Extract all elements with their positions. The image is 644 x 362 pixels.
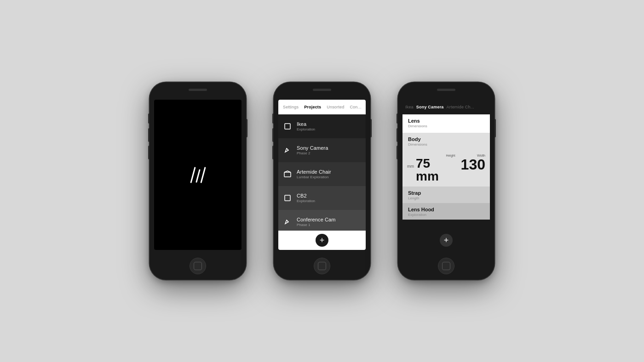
project-text: CB2 Exploration [297,193,315,203]
screen-splash [154,100,242,250]
project-text: Sony Camera Phase 2 [297,145,328,155]
mute-button [272,113,274,124]
body-item[interactable]: Body Dimensions [402,133,490,150]
projects-screen: Settings Projects Unsorted Con... Ikea E… [278,100,366,250]
project-text: Conference Cam Phase 1 [297,217,336,227]
strap-title: Strap [408,190,484,196]
height-block: Height mm 75 mm [407,154,455,183]
home-button[interactable] [438,258,454,274]
tab-settings[interactable]: Settings [281,104,300,110]
add-sony-button[interactable]: + [440,234,453,247]
height-value: 75 mm [416,157,455,183]
volume-up-button [397,128,398,142]
lens-title: Lens [408,118,484,124]
tab-projects[interactable]: Projects [302,104,323,110]
width-value: 130 [461,157,485,172]
body-sub: Dimensions [408,142,484,147]
lens-hood-item[interactable]: Lens Hood Exploration [402,203,490,220]
sony-tab-bar: Ikea Sony Camera Artemide Ch... [402,100,490,114]
tab-con[interactable]: Con... [348,104,363,110]
project-icon-pen2 [283,217,292,226]
power-button [494,119,496,137]
phone-projects: Settings Projects Unsorted Con... Ikea E… [274,82,370,280]
tab-artemide[interactable]: Artemide Ch... [447,105,474,109]
project-name: Conference Cam [297,217,336,222]
screen-projects: Settings Projects Unsorted Con... Ikea E… [278,100,366,250]
project-name: CB2 [297,193,315,198]
project-icon-box [283,170,292,179]
list-item[interactable]: Ikea Exploration [278,114,366,138]
strap-item[interactable]: Strap Length [402,187,490,203]
width-block: Width 130 [461,154,485,172]
phone-splash [150,82,246,280]
list-item[interactable]: CB2 Exploration [278,186,366,210]
svg-line-1 [287,148,288,150]
add-button-bar: + [278,231,366,250]
project-subtitle: Lumbar Exploration [297,175,331,179]
tab-unsorted[interactable]: Unsorted [325,104,346,110]
project-subtitle: Exploration [297,127,315,131]
power-button [246,119,247,137]
list-item[interactable]: Sony Camera Phase 2 [278,138,366,162]
volume-up-button [148,128,150,142]
lens-hood-sub: Exploration [408,213,484,217]
add-project-button[interactable]: + [316,234,328,247]
lens-item[interactable]: Lens Dimensions [402,114,490,133]
speaker [189,89,207,91]
strap-sub: Length [408,196,484,200]
tab-sony-camera[interactable]: Sony Camera [416,105,444,109]
screen-sony: Ikea Sony Camera Artemide Ch... Lens Dim… [402,100,490,250]
project-subtitle: Phase 1 [297,223,336,227]
sony-add-button-bar: + [402,231,490,250]
speaker [437,89,455,91]
sony-content: Lens Dimensions Body Dimensions Height m… [402,114,490,231]
project-icon-square [283,122,292,131]
tab-ikea[interactable]: Ikea [405,105,414,109]
lens-sub: Dimensions [408,124,484,128]
tab-bar: Settings Projects Unsorted Con... [278,100,366,114]
svg-rect-0 [285,124,290,129]
logo-slash-3 [200,167,206,183]
height-label: Height [407,154,455,157]
phone-sony: Ikea Sony Camera Artemide Ch... Lens Dim… [398,82,494,280]
project-text: Artemide Chair Lumbar Exploration [297,169,331,179]
project-icon-pen [283,146,292,155]
dimensions-row: Height mm 75 mm Width 130 [402,150,490,187]
volume-down-button [148,146,150,159]
volume-down-button [272,146,274,159]
list-item[interactable]: Conference Cam Phase 1 [278,210,366,231]
home-button[interactable] [190,258,206,274]
svg-line-4 [287,220,288,222]
svg-rect-3 [285,195,290,201]
project-icon-square2 [283,193,292,203]
project-text: Ikea Exploration [297,121,315,131]
app-logo [192,167,204,183]
body-title: Body [408,136,484,142]
power-button [370,119,372,137]
logo-slash-1 [190,167,196,183]
height-unit: mm [407,164,414,169]
sony-screen: Ikea Sony Camera Artemide Ch... Lens Dim… [402,100,490,250]
mute-button [148,113,150,124]
project-name: Sony Camera [297,145,328,151]
project-subtitle: Exploration [297,199,315,203]
mute-button [397,113,398,124]
splash-screen [154,100,242,250]
lens-hood-title: Lens Hood [408,207,484,212]
speaker [313,89,331,91]
project-name: Ikea [297,121,315,127]
svg-rect-2 [284,172,291,177]
logo-slash-2 [196,169,201,183]
project-name: Artemide Chair [297,169,331,175]
list-item[interactable]: Artemide Chair Lumbar Exploration [278,162,366,186]
volume-up-button [272,128,274,142]
project-list: Ikea Exploration Sony Camera Phase 2 [278,114,366,231]
volume-down-button [397,146,398,159]
project-subtitle: Phase 2 [297,151,328,155]
home-button[interactable] [314,258,330,274]
